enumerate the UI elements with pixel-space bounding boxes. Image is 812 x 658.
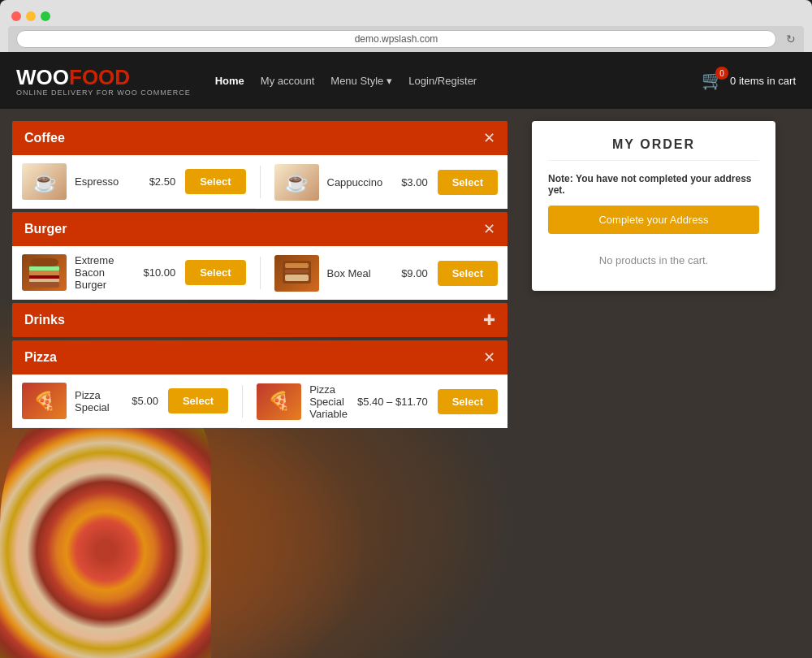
list-item: ☕ Cappuccino $3.00 Select — [265, 156, 508, 209]
burger-header[interactable]: Burger ✕ — [12, 212, 508, 246]
burger-title: Burger — [24, 222, 67, 236]
browser-chrome: demo.wpslash.com ↻ — [0, 0, 812, 52]
pizza-title: Pizza — [24, 350, 57, 365]
nav-login[interactable]: Login/Register — [408, 75, 477, 87]
svg-rect-4 — [29, 279, 59, 282]
coffee-header[interactable]: Coffee ✕ — [12, 121, 508, 155]
espresso-select-button[interactable]: Select — [185, 169, 245, 194]
nav-home[interactable]: Home — [215, 75, 244, 87]
order-panel: MY ORDER Note: You have not completed yo… — [532, 121, 775, 291]
box-meal-select-button[interactable]: Select — [438, 261, 498, 286]
cart-area: 🛒 0 0 items in cart — [702, 70, 796, 91]
box-meal-image — [274, 255, 319, 292]
svg-rect-3 — [29, 275, 59, 279]
cart-badge: 0 — [715, 67, 728, 80]
pizza-items: 🍕 Pizza Special $5.00 Select 🍕 Pizza Spe… — [12, 374, 508, 428]
svg-rect-1 — [29, 266, 59, 271]
list-item: ☕ Espresso $2.50 Select — [12, 155, 256, 209]
nav-links: Home My account Menu Style ▾ Login/Regis… — [215, 75, 477, 87]
box-meal-price: $9.00 — [401, 267, 428, 279]
refresh-icon[interactable]: ↻ — [786, 32, 796, 45]
svg-rect-5 — [29, 282, 59, 288]
list-item: 🍕 Pizza Special $5.00 Select — [12, 374, 238, 428]
drinks-header[interactable]: Drinks ✚ — [12, 303, 508, 337]
svg-rect-7 — [285, 263, 309, 268]
cappuccino-price: $3.00 — [401, 176, 428, 188]
right-side: MY ORDER Note: You have not completed yo… — [520, 109, 812, 658]
coffee-toggle-icon: ✕ — [483, 129, 495, 147]
menu-area: Coffee ✕ ☕ Espresso $2.50 Select ☕ — [0, 109, 520, 658]
pizza-toggle-icon: ✕ — [483, 348, 495, 366]
order-note: Note: You have not completed your addres… — [548, 173, 759, 196]
order-note-bold: Note: — [548, 173, 573, 184]
logo-woo: WOO — [16, 65, 69, 90]
cappuccino-image: ☕ — [274, 164, 319, 201]
category-coffee: Coffee ✕ ☕ Espresso $2.50 Select ☕ — [12, 121, 508, 209]
url-bar[interactable]: demo.wpslash.com — [16, 30, 776, 48]
list-item: Box Meal $9.00 Select — [265, 247, 508, 300]
cart-text: 0 items in cart — [730, 75, 796, 87]
drinks-title: Drinks — [24, 313, 65, 327]
category-burger: Burger ✕ — [12, 212, 508, 300]
pizza-special-name: Pizza Special — [75, 389, 122, 413]
category-pizza: Pizza ✕ 🍕 Pizza Special $5.00 Select � — [12, 340, 508, 428]
close-dot[interactable] — [11, 11, 21, 21]
pizza-header[interactable]: Pizza ✕ — [12, 340, 508, 374]
no-products-text: No products in the cart. — [548, 246, 759, 275]
menu-style-label: Menu Style — [330, 75, 383, 87]
pizza-special-image: 🍕 — [22, 383, 67, 419]
maximize-dot[interactable] — [41, 11, 50, 21]
burger-toggle-icon: ✕ — [483, 220, 495, 238]
coffee-title: Coffee — [24, 131, 65, 145]
svg-rect-2 — [29, 271, 59, 275]
pizza-variable-select-button[interactable]: Select — [438, 389, 498, 414]
list-item: Extreme Bacon Burger $10.00 Select — [12, 246, 256, 300]
svg-rect-8 — [285, 270, 309, 273]
pizza-variable-price: $5.40 – $11.70 — [357, 396, 428, 408]
nav-my-account[interactable]: My account — [261, 75, 314, 87]
nav-menu-style[interactable]: Menu Style ▾ — [330, 75, 392, 87]
list-item: 🍕 Pizza Special Variable $5.40 – $11.70 … — [247, 375, 508, 428]
pizza-special-select-button[interactable]: Select — [168, 388, 228, 413]
pizza-variable-name: Pizza Special Variable — [309, 383, 348, 420]
bacon-burger-price: $10.00 — [143, 266, 175, 279]
bacon-burger-select-button[interactable]: Select — [185, 260, 245, 285]
bacon-burger-name: Extreme Bacon Burger — [75, 254, 133, 291]
svg-rect-9 — [285, 275, 309, 281]
drinks-toggle-icon: ✚ — [483, 311, 495, 329]
order-note-text: You have not completed your address yet. — [548, 173, 752, 196]
espresso-price: $2.50 — [149, 175, 176, 188]
logo-food: FOOD — [69, 65, 130, 90]
pizza-variable-image: 🍕 — [257, 383, 301, 420]
top-nav: WOO FOOD ONLINE DELIVERY FOR WOO COMMERC… — [0, 52, 812, 109]
espresso-image: ☕ — [22, 163, 67, 200]
coffee-items: ☕ Espresso $2.50 Select ☕ Cappuccino $3.… — [12, 155, 508, 209]
pizza-special-price: $5.00 — [132, 395, 158, 407]
espresso-name: Espresso — [75, 175, 140, 188]
chevron-down-icon: ▾ — [387, 75, 392, 87]
box-meal-name: Box Meal — [327, 267, 392, 279]
category-drinks: Drinks ✚ — [12, 303, 508, 337]
logo-sub: ONLINE DELIVERY FOR WOO COMMERCE — [16, 89, 191, 97]
cart-icon-wrap[interactable]: 🛒 0 — [702, 70, 723, 91]
order-title: MY ORDER — [548, 137, 759, 161]
cappuccino-select-button[interactable]: Select — [438, 170, 498, 195]
logo: WOO FOOD ONLINE DELIVERY FOR WOO COMMERC… — [16, 65, 191, 97]
cappuccino-name: Cappuccino — [327, 176, 392, 188]
burger-items: Extreme Bacon Burger $10.00 Select — [12, 246, 508, 300]
minimize-dot[interactable] — [26, 11, 36, 21]
svg-rect-0 — [30, 258, 58, 266]
complete-address-button[interactable]: Complete your Address — [548, 206, 759, 234]
bacon-burger-image — [22, 254, 67, 291]
